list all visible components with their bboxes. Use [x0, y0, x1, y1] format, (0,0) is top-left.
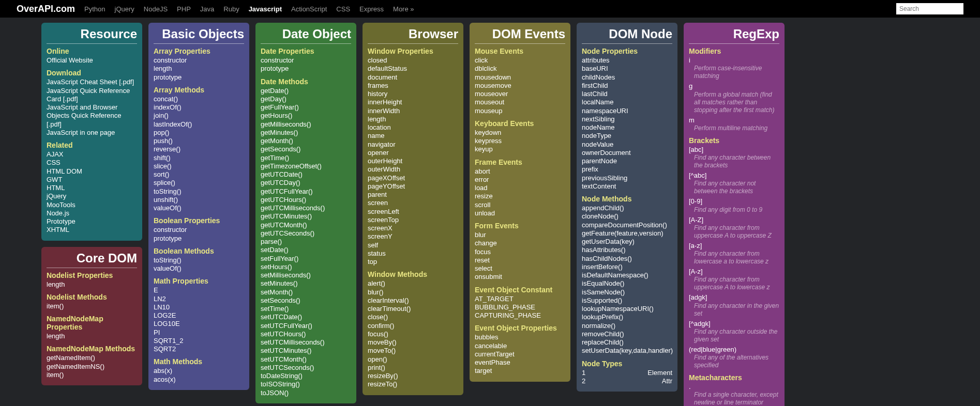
list-item[interactable]: normalize()	[582, 322, 672, 330]
list-item[interactable]: setMinutes()	[261, 279, 351, 288]
list-item[interactable]: JavaScript and Browser Objects Quick Ref…	[47, 103, 137, 129]
list-item[interactable]: g	[689, 82, 779, 90]
list-item[interactable]: getFeature(feature,version)	[582, 229, 672, 238]
nav-link-java[interactable]: Java	[200, 5, 214, 13]
list-item[interactable]: clearTimeout()	[368, 305, 458, 313]
list-item[interactable]: JavaScript Cheat Sheet [.pdf]	[47, 78, 137, 86]
list-item[interactable]: [^abc]	[689, 171, 779, 180]
nav-link-ruby[interactable]: Ruby	[223, 5, 239, 13]
list-item[interactable]: lastChild	[582, 90, 672, 98]
list-item[interactable]: isSupported()	[582, 296, 672, 305]
nav-link-python[interactable]: Python	[84, 5, 105, 13]
list-item[interactable]: .	[689, 383, 779, 391]
list-item[interactable]: location	[368, 123, 458, 132]
list-item[interactable]: close()	[368, 313, 458, 321]
list-item[interactable]: mouseout	[475, 98, 565, 106]
search-input[interactable]	[896, 3, 963, 14]
list-item[interactable]: setUserData(key,data,handler)	[582, 347, 672, 355]
list-item[interactable]: name	[368, 132, 458, 140]
list-item[interactable]: innerWidth	[368, 107, 458, 115]
list-item[interactable]: screenY	[368, 232, 458, 241]
list-item[interactable]: unload	[475, 209, 565, 217]
list-item[interactable]: getUTCDate()	[261, 170, 351, 179]
list-item[interactable]: currentTarget	[475, 350, 565, 358]
list-item[interactable]: E	[154, 286, 244, 294]
list-item[interactable]: error	[475, 176, 565, 184]
list-item[interactable]: screenX	[368, 224, 458, 232]
list-item[interactable]: onsubmit	[475, 273, 565, 281]
list-item[interactable]: baseURI	[582, 65, 672, 73]
list-item[interactable]: unshift()	[154, 196, 244, 204]
list-item[interactable]: firstChild	[582, 82, 672, 90]
list-item[interactable]: getUTCMilliseconds()	[261, 204, 351, 212]
list-item[interactable]: HTML	[47, 184, 137, 192]
list-item[interactable]: BUBBLING_PHASE	[475, 303, 565, 311]
list-item[interactable]: screen	[368, 199, 458, 207]
list-item[interactable]: outerHeight	[368, 157, 458, 165]
list-item[interactable]: indexOf()	[154, 103, 244, 112]
list-item[interactable]: getMonth()	[261, 137, 351, 145]
list-item[interactable]: getMilliseconds()	[261, 120, 351, 129]
list-item[interactable]: toDateString()	[261, 372, 351, 380]
nav-link-javascript[interactable]: Javascript	[249, 5, 282, 13]
list-item[interactable]: keypress	[475, 137, 565, 145]
list-item[interactable]: (red|blue|green)	[689, 346, 779, 354]
list-item[interactable]: print()	[368, 364, 458, 372]
list-item[interactable]: namespaceURI	[582, 107, 672, 115]
list-item[interactable]: resizeBy()	[368, 372, 458, 380]
list-item[interactable]: mousedown	[475, 73, 565, 82]
list-item[interactable]: parentNode	[582, 157, 672, 165]
list-item[interactable]: moveBy()	[368, 338, 458, 347]
list-item[interactable]: ownerDocument	[582, 149, 672, 157]
list-item[interactable]: confirm()	[368, 322, 458, 330]
list-item[interactable]: getTimezoneOffset()	[261, 162, 351, 170]
list-item[interactable]: valueOf()	[154, 204, 244, 212]
list-item[interactable]: HTML DOM	[47, 167, 137, 176]
list-item[interactable]: getUTCFullYear()	[261, 188, 351, 196]
list-item[interactable]: length	[47, 332, 137, 340]
list-item[interactable]: getFullYear()	[261, 103, 351, 112]
list-item[interactable]: getMinutes()	[261, 129, 351, 137]
list-item[interactable]: m	[689, 116, 779, 124]
nav-link-actionscript[interactable]: ActionScript	[291, 5, 327, 13]
list-item[interactable]: nodeValue	[582, 140, 672, 149]
list-item[interactable]: compareDocumentPosition()	[582, 221, 672, 229]
list-item[interactable]: pageXOffset	[368, 174, 458, 182]
list-item[interactable]: [a-z]	[689, 242, 779, 250]
list-item[interactable]: open()	[368, 355, 458, 364]
list-item[interactable]: hasChildNodes()	[582, 255, 672, 263]
list-item[interactable]: [abc]	[689, 146, 779, 154]
list-item[interactable]: blur	[475, 231, 565, 239]
nav-link-nodejs[interactable]: NodeJS	[144, 5, 168, 13]
list-item[interactable]: concat()	[154, 95, 244, 103]
list-item[interactable]: setTime()	[261, 305, 351, 313]
list-item[interactable]: toJSON()	[261, 389, 351, 397]
list-item[interactable]: acos(x)	[154, 376, 244, 384]
list-item[interactable]: toString()	[154, 256, 244, 264]
list-item[interactable]: LOG2E	[154, 311, 244, 320]
list-item[interactable]: nodeName	[582, 123, 672, 132]
list-item[interactable]: abort	[475, 167, 565, 176]
list-item[interactable]: mousemove	[475, 82, 565, 90]
list-item[interactable]: history	[368, 90, 458, 98]
list-item[interactable]: setUTCSeconds()	[261, 364, 351, 372]
list-item[interactable]: JavaScript Quick Reference Card [.pdf]	[47, 87, 137, 104]
list-item[interactable]: constructor	[154, 56, 244, 65]
list-item[interactable]: prototype	[154, 73, 244, 82]
list-item[interactable]: eventPhase	[475, 358, 565, 367]
brand[interactable]: OverAPI.com	[17, 4, 75, 14]
list-item[interactable]: frames	[368, 82, 458, 90]
list-item[interactable]: lookupPrefix()	[582, 313, 672, 321]
list-item[interactable]: removeChild()	[582, 330, 672, 338]
list-item[interactable]: click	[475, 56, 565, 65]
list-item[interactable]: valueOf()	[154, 264, 244, 273]
list-item[interactable]: nodeType	[582, 132, 672, 140]
list-item[interactable]: cloneNode()	[582, 212, 672, 221]
nav-link-css[interactable]: CSS	[336, 5, 350, 13]
list-item[interactable]: AJAX	[47, 150, 137, 159]
list-item[interactable]: SQRT1_2	[154, 337, 244, 345]
list-item[interactable]: mouseover	[475, 90, 565, 98]
list-item[interactable]: toISOString()	[261, 380, 351, 388]
list-item[interactable]: getTime()	[261, 154, 351, 162]
list-item[interactable]: PI	[154, 329, 244, 337]
